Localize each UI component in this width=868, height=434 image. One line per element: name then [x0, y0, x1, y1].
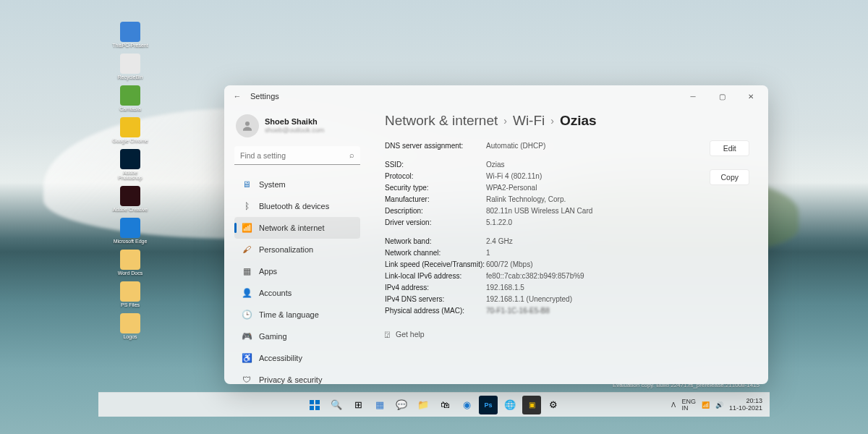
settings-taskbar-icon[interactable]: ⚙ [544, 396, 563, 414]
nav-icon: 🛡 [242, 375, 252, 384]
taskbar-center: 🔍 ⊞ ▦ 💬 📁 🛍 ◉ Ps 🌐 ▣ ⚙ [305, 396, 563, 414]
chevron-right-icon: › [503, 115, 507, 127]
desktop-icon[interactable]: ThisPC-Present [112, 22, 148, 48]
taskbar: 🔍 ⊞ ▦ 💬 📁 🛍 ◉ Ps 🌐 ▣ ⚙ ᐱ ENGIN 📶 🔊 20:13… [98, 392, 770, 417]
chevron-right-icon: › [550, 115, 554, 127]
sidebar-item-personalization[interactable]: 🖌Personalization [234, 239, 360, 260]
copy-button[interactable]: Copy [710, 169, 749, 185]
window-title: Settings [247, 92, 678, 101]
svg-point-0 [245, 122, 250, 126]
detail-row: Description:802.11n USB Wireless LAN Car… [385, 205, 749, 217]
taskview-icon[interactable]: ⊞ [349, 396, 367, 414]
detail-row: Manufacturer:Ralink Technology, Corp. [385, 194, 749, 205]
detail-row: Driver version:5.1.22.0 [385, 217, 749, 229]
desktop-icon[interactable]: Adobe Creative [112, 186, 148, 212]
sidebar-item-privacy-security[interactable]: 🛡Privacy & security [234, 369, 360, 384]
get-help-link[interactable]: ⍰ Get help [385, 330, 749, 339]
breadcrumb: Network & internet › Wi-Fi › Ozias [385, 113, 749, 129]
search-taskbar-icon[interactable]: 🔍 [327, 396, 346, 414]
sidebar-item-network-internet[interactable]: 📶Network & internet [234, 217, 360, 239]
detail-row: Link-local IPv6 address:fe80::7cab:c382:… [385, 271, 749, 282]
help-icon: ⍰ [385, 330, 390, 339]
edge-icon[interactable]: ◉ [457, 396, 476, 414]
sidebar-item-system[interactable]: 🖥System [234, 174, 360, 195]
user-name: Shoeb Shaikh [265, 117, 324, 127]
sidebar-item-gaming[interactable]: 🎮Gaming [234, 326, 360, 347]
nav-icon: 🕒 [242, 310, 252, 320]
breadcrumb-network[interactable]: Network & internet [385, 113, 498, 129]
photoshop-icon[interactable]: Ps [479, 396, 498, 414]
svg-rect-3 [310, 406, 314, 410]
desktop-icons-column: ThisPC-PresentRecycleBinCamtasiaGoogle C… [112, 22, 148, 339]
nav-icon: ᛒ [242, 201, 252, 211]
svg-rect-1 [310, 400, 314, 404]
nav-icon: 🖥 [242, 179, 252, 190]
detail-row: Security type:WPA2-Personal [385, 182, 749, 194]
sidebar-item-accessibility[interactable]: ♿Accessibility [234, 347, 360, 369]
desktop-icon[interactable]: Logos [112, 313, 148, 339]
content-pane: Network & internet › Wi-Fi › Ozias Edit … [369, 107, 768, 384]
nav-icon: ▦ [242, 266, 252, 276]
detail-row: Link speed (Receive/Transmit):600/72 (Mb… [385, 259, 749, 271]
search-input[interactable] [234, 146, 360, 165]
settings-window: ← Settings ─ ▢ ✕ Shoeb Shaikh shoeb@outl… [224, 85, 768, 384]
network-details: Edit Copy DNS server assignment:Automati… [385, 140, 749, 317]
user-profile[interactable]: Shoeb Shaikh shoeb@outlook.com [234, 111, 360, 145]
sidebar-item-accounts[interactable]: 👤Accounts [234, 282, 360, 304]
detail-row: Physical address (MAC):70-F1-1C-16-E5-B8 [385, 305, 749, 317]
nav-icon: 📶 [242, 223, 252, 233]
volume-tray-icon[interactable]: 🔊 [715, 401, 723, 409]
svg-rect-2 [315, 400, 320, 404]
desktop-icon[interactable]: Camtasia [112, 85, 148, 111]
desktop-icon[interactable]: Microsoft Edge [112, 218, 148, 244]
desktop-icon[interactable]: Adobe Photoshop [112, 149, 148, 180]
close-button[interactable]: ✕ [736, 86, 765, 106]
desktop-icon[interactable]: Word Docs [112, 250, 148, 276]
detail-row: IPv4 address:192.168.1.5 [385, 282, 749, 294]
edit-button[interactable]: Edit [710, 140, 749, 156]
detail-row: Network band:2.4 GHz [385, 236, 749, 247]
back-button[interactable]: ← [227, 92, 247, 101]
search-container: ⌕ [234, 146, 360, 165]
window-body: Shoeb Shaikh shoeb@outlook.com ⌕ 🖥System… [224, 107, 768, 384]
avatar [236, 114, 259, 137]
wifi-tray-icon[interactable]: 📶 [702, 401, 710, 409]
titlebar: ← Settings ─ ▢ ✕ [224, 85, 768, 107]
widgets-icon[interactable]: ▦ [370, 396, 389, 414]
detail-row: Protocol:Wi-Fi 4 (802.11n) [385, 171, 749, 182]
maximize-button[interactable]: ▢ [707, 86, 736, 106]
detail-row: DNS server assignment:Automatic (DHCP) [385, 140, 749, 152]
desktop-icon[interactable]: Google Chrome [112, 117, 148, 143]
tray-chevron-icon[interactable]: ᐱ [671, 401, 676, 409]
sidebar-item-time-language[interactable]: 🕒Time & language [234, 304, 360, 326]
breadcrumb-wifi[interactable]: Wi-Fi [513, 113, 545, 129]
svg-rect-4 [315, 406, 320, 410]
desktop-icon[interactable]: PS Files [112, 281, 148, 307]
nav-icon: 👤 [242, 288, 252, 298]
search-icon: ⌕ [349, 150, 354, 159]
chrome-icon[interactable]: 🌐 [501, 396, 519, 414]
app-icon[interactable]: ▣ [522, 396, 541, 414]
nav-icon: 🎮 [242, 331, 252, 341]
detail-row: IPv4 DNS servers:192.168.1.1 (Unencrypte… [385, 294, 749, 305]
nav-icon: ♿ [242, 353, 252, 363]
start-button[interactable] [305, 396, 324, 414]
system-tray: ᐱ ENGIN 📶 🔊 20:1311-10-2021 [671, 398, 762, 412]
store-icon[interactable]: 🛍 [435, 396, 454, 414]
explorer-icon[interactable]: 📁 [414, 396, 433, 414]
breadcrumb-current: Ozias [560, 113, 597, 129]
detail-row: Network channel:1 [385, 247, 749, 259]
sidebar-item-apps[interactable]: ▦Apps [234, 260, 360, 282]
sidebar: Shoeb Shaikh shoeb@outlook.com ⌕ 🖥System… [224, 107, 369, 384]
desktop-icon[interactable]: RecycleBin [112, 54, 148, 80]
clock[interactable]: 20:1311-10-2021 [729, 398, 762, 412]
minimize-button[interactable]: ─ [678, 86, 707, 106]
detail-row: SSID:Ozias [385, 159, 749, 171]
sidebar-item-bluetooth-devices[interactable]: ᛒBluetooth & devices [234, 195, 360, 217]
user-email: shoeb@outlook.com [265, 127, 324, 135]
chat-icon[interactable]: 💬 [392, 396, 411, 414]
language-indicator[interactable]: ENGIN [681, 399, 696, 412]
nav-icon: 🖌 [242, 244, 252, 255]
